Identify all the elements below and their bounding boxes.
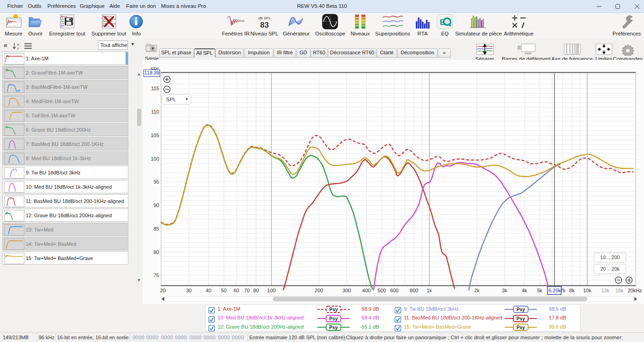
svg-text:10k: 10k <box>583 288 592 293</box>
svg-text:8k: 8k <box>569 288 575 293</box>
svg-text:2k: 2k <box>474 288 480 293</box>
svg-text:z: z <box>17 46 19 50</box>
svg-text:40: 40 <box>206 288 211 293</box>
svg-text:6.20k: 6.20k <box>548 288 561 293</box>
svg-text:10 .. 200: 10 .. 200 <box>600 255 620 260</box>
svg-text:80: 80 <box>253 288 259 293</box>
svg-text:20kHz: 20kHz <box>627 288 642 293</box>
svg-text:95: 95 <box>154 179 159 185</box>
svg-text:100: 100 <box>151 156 159 162</box>
svg-text:Psy: Psy <box>517 316 525 321</box>
svg-text:110: 110 <box>151 109 159 115</box>
svg-text:1k: 1k <box>426 288 432 293</box>
svg-text:a: a <box>17 42 19 46</box>
svg-text:Psy: Psy <box>329 325 338 330</box>
svg-text:20: 20 <box>160 288 166 293</box>
svg-text:4k: 4k <box>522 288 527 293</box>
svg-text:13k: 13k <box>601 288 610 293</box>
svg-text:Psy: Psy <box>517 307 525 312</box>
svg-text:5k: 5k <box>537 288 542 293</box>
svg-text:100: 100 <box>267 288 276 293</box>
svg-text:85: 85 <box>154 226 159 232</box>
svg-text:115: 115 <box>151 86 159 91</box>
svg-text:83: 83 <box>260 21 269 29</box>
svg-text:3k: 3k <box>502 288 507 293</box>
svg-text:90: 90 <box>154 203 159 208</box>
svg-text:50: 50 <box>221 288 226 293</box>
svg-text:Psy: Psy <box>517 325 525 330</box>
svg-text:80: 80 <box>154 249 159 255</box>
svg-text:16k: 16k <box>615 288 624 293</box>
svg-text:500: 500 <box>378 288 386 293</box>
svg-text:600: 600 <box>390 288 398 293</box>
svg-text:300: 300 <box>343 288 351 293</box>
svg-text:30: 30 <box>186 288 191 293</box>
svg-text:20 .. 20k: 20 .. 20k <box>600 266 620 272</box>
svg-text:800: 800 <box>410 288 418 293</box>
svg-text:Psy: Psy <box>329 316 338 321</box>
svg-text:200: 200 <box>315 288 323 293</box>
svg-text:60: 60 <box>234 288 239 293</box>
svg-text:dB SPL: dB SPL <box>258 16 271 20</box>
svg-text:400: 400 <box>362 288 371 293</box>
svg-text:70: 70 <box>244 288 250 293</box>
svg-text:105: 105 <box>151 133 159 138</box>
svg-text:75: 75 <box>154 272 159 278</box>
svg-text:Psy: Psy <box>329 307 338 312</box>
